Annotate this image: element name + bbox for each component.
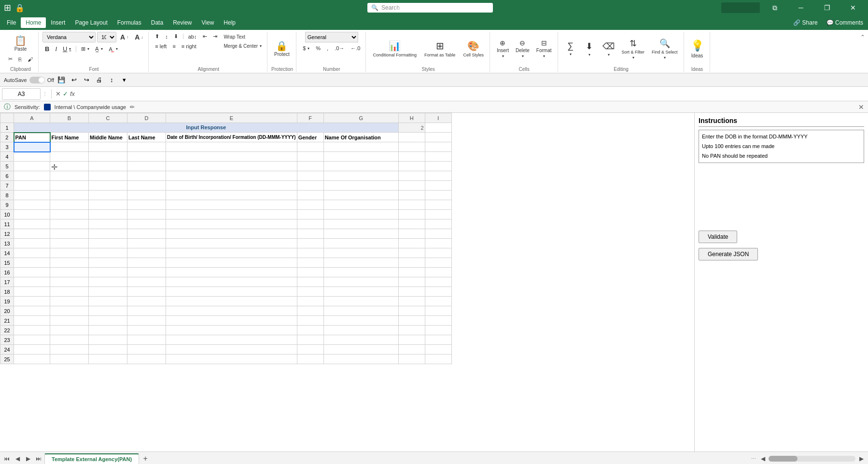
align-middle-button[interactable]: ↕ <box>163 32 170 41</box>
menu-home[interactable]: Home <box>21 17 46 28</box>
align-left-button[interactable]: ≡ left <box>153 42 169 51</box>
horizontal-scrollbar-thumb[interactable] <box>769 456 798 462</box>
format-as-table-button[interactable]: ⊞ Format as Table <box>421 38 458 59</box>
col-header-g[interactable]: G <box>323 113 398 123</box>
font-size-decrease-btn[interactable]: A↓ <box>132 32 145 42</box>
validate-button[interactable]: Validate <box>699 231 737 243</box>
decimal-decrease-btn[interactable]: ←.0 <box>348 44 363 53</box>
menu-view[interactable]: View <box>197 17 219 28</box>
clear-button[interactable]: ⌫ ▾ <box>600 39 617 59</box>
align-center-button[interactable]: ≡ <box>170 42 178 51</box>
close-btn[interactable]: ✕ <box>842 0 864 15</box>
col-header-c[interactable]: C <box>89 113 127 123</box>
cell-i2[interactable] <box>425 133 451 142</box>
row-2-header[interactable]: 2 <box>0 133 14 142</box>
text-direction-button[interactable]: ab↕ <box>186 32 199 41</box>
cell-d3[interactable] <box>127 142 166 152</box>
customize-qa-btn[interactable]: ▾ <box>119 75 129 85</box>
cell-a3[interactable] <box>14 142 50 152</box>
cell-g3[interactable] <box>323 142 398 152</box>
autosave-switch[interactable] <box>29 77 45 83</box>
restore-btn[interactable]: ❐ <box>816 0 838 15</box>
window-icon-btn[interactable]: ⧉ <box>764 0 786 15</box>
align-bottom-button[interactable]: ⬇ <box>171 32 181 41</box>
sensitivity-close-btn[interactable]: ✕ <box>858 103 864 111</box>
cell-i3[interactable] <box>425 142 451 152</box>
cell-i1[interactable] <box>425 123 451 133</box>
underline-button[interactable]: U▾ <box>60 44 73 54</box>
col-header-a[interactable]: A <box>14 113 50 123</box>
cell-a2[interactable]: PAN <box>14 133 50 142</box>
tab-nav-next[interactable]: ▶ <box>23 454 33 464</box>
tab-nav-prev[interactable]: ◀ <box>13 454 22 464</box>
menu-help[interactable]: Help <box>219 17 240 28</box>
generate-json-button[interactable]: Generate JSON <box>699 248 758 260</box>
indent-decrease-button[interactable]: ⇤ <box>200 32 210 41</box>
menu-file[interactable]: File <box>2 17 21 28</box>
insert-button[interactable]: ⊕ Insert ▾ <box>494 37 512 60</box>
cell-h3[interactable] <box>398 142 425 152</box>
sensitivity-edit-btn[interactable]: ✏ <box>130 104 135 110</box>
cut-button[interactable]: ✂ <box>6 55 15 64</box>
format-painter-button[interactable]: 🖌 <box>25 55 35 64</box>
indent-increase-button[interactable]: ⇥ <box>210 32 220 41</box>
border-button[interactable]: ⊞▾ <box>79 44 92 54</box>
tab-nav-last[interactable]: ⏭ <box>34 454 43 464</box>
sort-filter-button[interactable]: ⇅ Sort & Filter ▾ <box>619 36 648 62</box>
menu-page-layout[interactable]: Page Layout <box>70 17 112 28</box>
col-header-h[interactable]: H <box>398 113 425 123</box>
cell-reference-box[interactable] <box>2 88 41 100</box>
share-button[interactable]: 🔗 Share <box>790 18 820 27</box>
number-format-selector[interactable]: General <box>305 32 358 42</box>
redo-btn[interactable]: ↪ <box>81 75 92 85</box>
col-header-i[interactable]: I <box>425 113 451 123</box>
format-button[interactable]: ⊟ Format ▾ <box>533 37 555 60</box>
sheet-options-btn[interactable]: ⋯ <box>751 456 756 461</box>
font-name-selector[interactable]: Verdana <box>42 32 96 42</box>
undo-btn[interactable]: ↩ <box>69 75 79 85</box>
row-4-header[interactable]: 4 <box>0 152 14 162</box>
minimize-btn[interactable]: ─ <box>790 0 812 15</box>
currency-btn[interactable]: $▾ <box>300 44 312 53</box>
sheet-area[interactable]: A B C D E F G H I 1 Input Response <box>0 113 694 451</box>
cancel-formula-btn[interactable]: ✕ <box>56 90 61 97</box>
menu-data[interactable]: Data <box>146 17 168 28</box>
comments-button[interactable]: 💬 Comments <box>824 18 866 27</box>
formula-input[interactable] <box>77 91 866 97</box>
menu-formulas[interactable]: Formulas <box>112 17 146 28</box>
row-3-header[interactable]: 3 <box>0 142 14 152</box>
font-color-button[interactable]: A̲▾ <box>106 44 120 54</box>
cell-e3[interactable] <box>166 142 297 152</box>
align-right-button[interactable]: ≡ right <box>179 42 199 51</box>
hscroll-right[interactable]: ▶ <box>856 454 866 464</box>
cell-h2[interactable] <box>398 133 425 142</box>
cell-b2[interactable]: First Name <box>50 133 89 142</box>
cell-d2[interactable]: Last Name <box>127 133 166 142</box>
protect-button[interactable]: 🔒 Protect <box>271 39 293 59</box>
cell-c3[interactable] <box>89 142 127 152</box>
merge-center-button[interactable]: Merge & Center ▾ <box>222 42 265 50</box>
cell-f2[interactable]: Gender <box>297 133 323 142</box>
select-all-btn[interactable] <box>0 113 14 123</box>
cell-g2[interactable]: Name Of Organisation <box>323 133 398 142</box>
confirm-formula-btn[interactable]: ✓ <box>63 90 68 97</box>
tab-nav-first[interactable]: ⏮ <box>2 454 12 464</box>
italic-button[interactable]: I <box>53 44 59 54</box>
cell-e2[interactable]: Date of Birth/ Incorporation/ Formation … <box>166 133 297 142</box>
delete-button[interactable]: ⊖ Delete ▾ <box>513 37 532 60</box>
cell-b3[interactable] <box>50 142 89 152</box>
menu-insert[interactable]: Insert <box>46 17 70 28</box>
col-header-b[interactable]: B <box>50 113 89 123</box>
col-header-f[interactable]: F <box>297 113 323 123</box>
comma-btn[interactable]: , <box>324 44 331 53</box>
fx-button[interactable]: fx <box>70 90 75 97</box>
font-size-selector[interactable]: 10 <box>97 32 116 42</box>
save-qa-btn[interactable]: 💾 <box>56 75 67 85</box>
align-top-button[interactable]: ⬆ <box>153 32 162 41</box>
autosum-button[interactable]: ∑ ▾ <box>562 39 579 58</box>
col-header-d[interactable]: D <box>127 113 166 123</box>
cell-c2[interactable]: Middle Name <box>89 133 127 142</box>
print-btn[interactable]: 🖨 <box>94 75 104 85</box>
percent-btn[interactable]: % <box>313 44 323 53</box>
find-select-button[interactable]: 🔍 Find & Select ▾ <box>649 36 681 62</box>
